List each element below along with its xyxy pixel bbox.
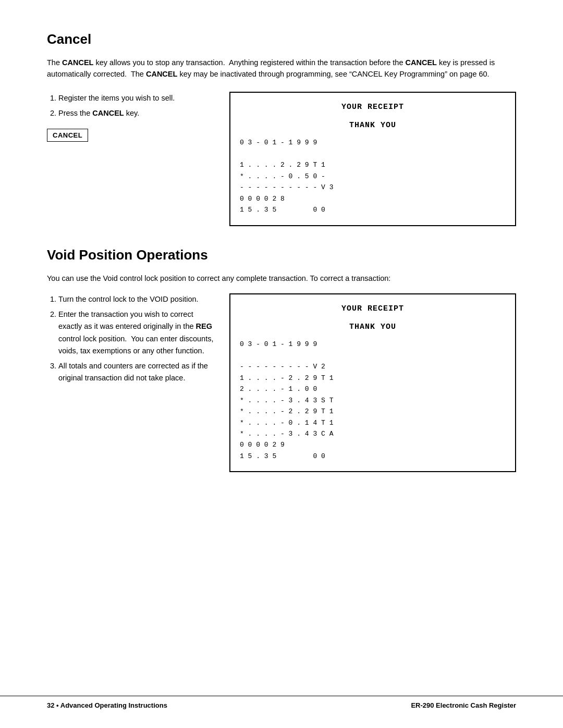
cancel-receipt-line-0: 0 3 - 0 1 - 1 9 9 9 bbox=[240, 137, 506, 148]
cancel-steps: Register the items you wish to sell. Pre… bbox=[47, 92, 214, 119]
cancel-title: Cancel bbox=[47, 31, 516, 47]
void-steps: Turn the control lock to the VOID positi… bbox=[47, 293, 214, 384]
cancel-bold-2: CANCEL bbox=[406, 58, 437, 67]
cancel-bold-1: CANCEL bbox=[62, 58, 93, 67]
void-receipt-line-7: * . . . . - 0 . 1 4 T 1 bbox=[240, 417, 506, 428]
cancel-receipt-line-6: 1 5 . 3 5 0 0 bbox=[240, 204, 506, 215]
void-step-3: All totals and counters are corrected as… bbox=[58, 360, 214, 384]
void-receipt-line-5: * . . . . - 3 . 4 3 S T bbox=[240, 395, 506, 406]
cancel-receipt-col: YOUR RECEIPT THANK YOU 0 3 - 0 1 - 1 9 9… bbox=[229, 92, 516, 226]
void-receipt-col: YOUR RECEIPT THANK YOU 0 3 - 0 1 - 1 9 9… bbox=[229, 293, 516, 472]
void-receipt-line-6: * . . . . - 2 . 2 9 T 1 bbox=[240, 406, 506, 417]
footer-right: ER-290 Electronic Cash Register bbox=[411, 701, 516, 709]
void-receipt-line-4: 2 . . . . - 1 . 0 0 bbox=[240, 384, 506, 394]
cancel-bold-3: CANCEL bbox=[146, 70, 177, 78]
void-two-col: Turn the control lock to the VOID positi… bbox=[47, 293, 516, 472]
page-footer: 32 • Advanced Operating Instructions ER-… bbox=[0, 696, 563, 709]
cancel-step2-bold: CANCEL bbox=[92, 109, 124, 117]
cancel-step-2: Press the CANCEL key. bbox=[58, 107, 214, 120]
void-receipt-line-9: 0 0 0 0 2 9 bbox=[240, 439, 506, 450]
footer-left: 32 • Advanced Operating Instructions bbox=[47, 701, 167, 709]
void-receipt-line-0: 0 3 - 0 1 - 1 9 9 9 bbox=[240, 339, 506, 350]
cancel-description: The CANCEL key allows you to stop any tr… bbox=[47, 57, 516, 80]
cancel-receipt-line-5: 0 0 0 0 2 8 bbox=[240, 193, 506, 204]
void-step2-bold: REG bbox=[196, 322, 212, 330]
void-receipt-line-10: 1 5 . 3 5 0 0 bbox=[240, 451, 506, 462]
void-step-2: Enter the transaction you wish to correc… bbox=[58, 309, 214, 357]
cancel-step-1: Register the items you wish to sell. bbox=[58, 92, 214, 105]
void-title: Void Position Operations bbox=[47, 247, 516, 263]
void-receipt-header-1: YOUR RECEIPT bbox=[240, 303, 506, 316]
void-receipt-line-1 bbox=[240, 350, 506, 361]
cancel-key-button[interactable]: CANCEL bbox=[47, 129, 88, 142]
void-receipt-line-3: 1 . . . . - 2 . 2 9 T 1 bbox=[240, 373, 506, 384]
cancel-receipt-header-2: THANK YOU bbox=[240, 119, 506, 132]
cancel-receipt-line-2: 1 . . . . 2 . 2 9 T 1 bbox=[240, 159, 506, 170]
void-receipt-line-8: * . . . . - 3 . 4 3 C A bbox=[240, 428, 506, 439]
cancel-receipt-header-1: YOUR RECEIPT bbox=[240, 101, 506, 114]
void-receipt-box: YOUR RECEIPT THANK YOU 0 3 - 0 1 - 1 9 9… bbox=[229, 293, 516, 472]
cancel-receipt-line-3: * . . . . - 0 . 5 0 - bbox=[240, 171, 506, 182]
page-content: Cancel The CANCEL key allows you to stop… bbox=[0, 0, 563, 535]
cancel-left-col: Register the items you wish to sell. Pre… bbox=[47, 92, 214, 226]
void-step-1: Turn the control lock to the VOID positi… bbox=[58, 293, 214, 305]
void-description: You can use the Void control lock positi… bbox=[47, 273, 516, 284]
void-left-col-content: Turn the control lock to the VOID positi… bbox=[47, 293, 214, 472]
void-receipt-header-2: THANK YOU bbox=[240, 321, 506, 334]
cancel-two-col: Register the items you wish to sell. Pre… bbox=[47, 92, 516, 226]
cancel-receipt-line-4: - - - - - - - - - - V 3 bbox=[240, 182, 506, 193]
cancel-receipt-line-1 bbox=[240, 149, 506, 159]
cancel-receipt-box: YOUR RECEIPT THANK YOU 0 3 - 0 1 - 1 9 9… bbox=[229, 92, 516, 226]
void-receipt-line-2: - - - - - - - - - V 2 bbox=[240, 361, 506, 372]
